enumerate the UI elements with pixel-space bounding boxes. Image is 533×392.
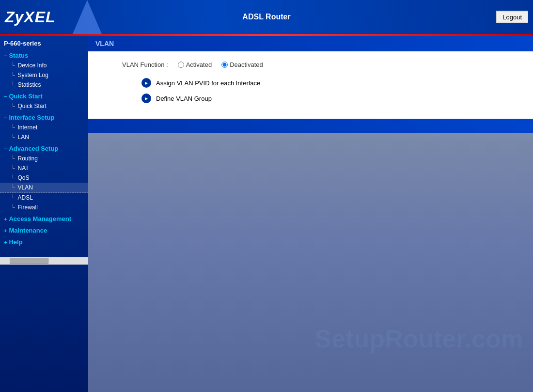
vlan-panel: VLAN Function : Activated Deactivated As… bbox=[88, 51, 533, 119]
sidebar-section-quick-start[interactable]: − Quick Start bbox=[0, 90, 88, 101]
sidebar-maintenance-label: Maintenance bbox=[9, 227, 47, 234]
sidebar-item-statistics[interactable]: └ Statistics bbox=[0, 80, 88, 90]
sidebar-item-qos[interactable]: └ QoS bbox=[0, 173, 88, 183]
vlan-activated-option[interactable]: Activated bbox=[178, 61, 212, 68]
vlan-deactivated-radio[interactable] bbox=[221, 62, 228, 68]
advanced-setup-expand-icon: − bbox=[4, 146, 7, 152]
sidebar-help-label: Help bbox=[9, 238, 22, 246]
sidebar-section-interface-setup[interactable]: − Interface Setup bbox=[0, 111, 88, 123]
sidebar-item-firewall[interactable]: └ Firewall bbox=[0, 203, 88, 212]
sidebar-item-label: LAN bbox=[18, 134, 29, 141]
vlan-function-row: VLAN Function : Activated Deactivated bbox=[122, 61, 518, 68]
access-management-expand-icon: + bbox=[4, 216, 7, 222]
quick-start-expand-icon: − bbox=[4, 94, 7, 99]
logout-button[interactable]: Logout bbox=[496, 11, 528, 23]
assign-pvid-icon bbox=[141, 78, 151, 88]
sidebar-item-label: Firewall bbox=[18, 204, 38, 211]
logo-triangle bbox=[73, 0, 102, 34]
sidebar-item-label: Device Info bbox=[18, 62, 47, 69]
interface-setup-expand-icon: − bbox=[4, 115, 7, 121]
sidebar-item-label: Internet bbox=[18, 124, 38, 131]
sidebar-item-nat[interactable]: └ NAT bbox=[0, 163, 88, 173]
page-title-bar: VLAN bbox=[88, 36, 533, 51]
vlan-assign-pvid-row: Assign VLAN PVID for each Interface bbox=[141, 78, 518, 88]
sidebar-item-label: Quick Start bbox=[18, 103, 47, 110]
vlan-define-group-row: Define VLAN Group bbox=[141, 94, 518, 103]
vlan-deactivated-label: Deactivated bbox=[230, 61, 263, 68]
sidebar-item-lan[interactable]: └ LAN bbox=[0, 132, 88, 142]
vlan-function-label: VLAN Function : bbox=[122, 61, 168, 68]
vlan-activated-label: Activated bbox=[186, 61, 212, 68]
sidebar-section-access-management[interactable]: + Access Management bbox=[0, 212, 88, 224]
content-area: VLAN VLAN Function : Activated Deactivat… bbox=[88, 36, 533, 392]
sidebar-section-help[interactable]: + Help bbox=[0, 235, 88, 247]
sidebar-item-device-info[interactable]: └ Device Info bbox=[0, 61, 88, 70]
sidebar-status-label: Status bbox=[9, 52, 28, 59]
sidebar-item-system-log[interactable]: └ System Log bbox=[0, 70, 88, 80]
sidebar-quick-start-label: Quick Start bbox=[9, 93, 42, 100]
sidebar-item-routing[interactable]: └ Routing bbox=[0, 154, 88, 163]
help-expand-icon: + bbox=[4, 239, 7, 245]
maintenance-expand-icon: + bbox=[4, 228, 7, 234]
page-title-label: VLAN bbox=[95, 40, 114, 47]
sidebar-item-vlan[interactable]: └ VLAN bbox=[0, 183, 88, 193]
sidebar: P-660-series − Status └ Device Info └ Sy… bbox=[0, 36, 88, 392]
vlan-deactivated-option[interactable]: Deactivated bbox=[221, 61, 263, 68]
sidebar-item-label: System Log bbox=[18, 72, 48, 78]
header: ZyXEL ADSL Router Logout bbox=[0, 0, 533, 34]
sidebar-item-label: Statistics bbox=[18, 81, 41, 88]
sidebar-interface-setup-label: Interface Setup bbox=[9, 114, 54, 121]
status-expand-icon: − bbox=[4, 53, 7, 59]
define-group-icon bbox=[141, 94, 151, 103]
vlan-activated-radio[interactable] bbox=[178, 62, 184, 68]
define-group-link[interactable]: Define VLAN Group bbox=[156, 95, 212, 102]
sidebar-item-label: QoS bbox=[18, 174, 30, 181]
sidebar-section-maintenance[interactable]: + Maintenance bbox=[0, 224, 88, 235]
watermark-text: SetupRouter.com bbox=[315, 324, 524, 353]
sidebar-item-internet[interactable]: └ Internet bbox=[0, 123, 88, 132]
sidebar-section-status[interactable]: − Status bbox=[0, 49, 88, 61]
header-title: ADSL Router bbox=[242, 13, 290, 21]
sidebar-item-label: NAT bbox=[18, 165, 29, 172]
sidebar-section-advanced-setup[interactable]: − Advanced Setup bbox=[0, 142, 88, 154]
sidebar-item-label: VLAN bbox=[18, 184, 33, 191]
main-layout: P-660-series − Status └ Device Info └ Sy… bbox=[0, 36, 533, 392]
sidebar-access-management-label: Access Management bbox=[9, 215, 71, 222]
sidebar-series-label: P-660-series bbox=[0, 36, 88, 49]
logo-area: ZyXEL bbox=[5, 0, 56, 34]
sidebar-item-label: Routing bbox=[18, 155, 38, 162]
sidebar-item-quick-start[interactable]: └ Quick Start bbox=[0, 101, 88, 111]
sidebar-item-adsl[interactable]: └ ADSL bbox=[0, 193, 88, 203]
sidebar-scrollbar[interactable] bbox=[0, 257, 88, 265]
scrollbar-thumb[interactable] bbox=[10, 258, 48, 264]
sidebar-advanced-setup-label: Advanced Setup bbox=[9, 145, 58, 152]
logo-text: ZyXEL bbox=[5, 8, 56, 26]
assign-pvid-link[interactable]: Assign VLAN PVID for each Interface bbox=[156, 79, 260, 87]
bottom-blue-bar bbox=[88, 119, 533, 133]
sidebar-item-label: ADSL bbox=[18, 194, 33, 201]
